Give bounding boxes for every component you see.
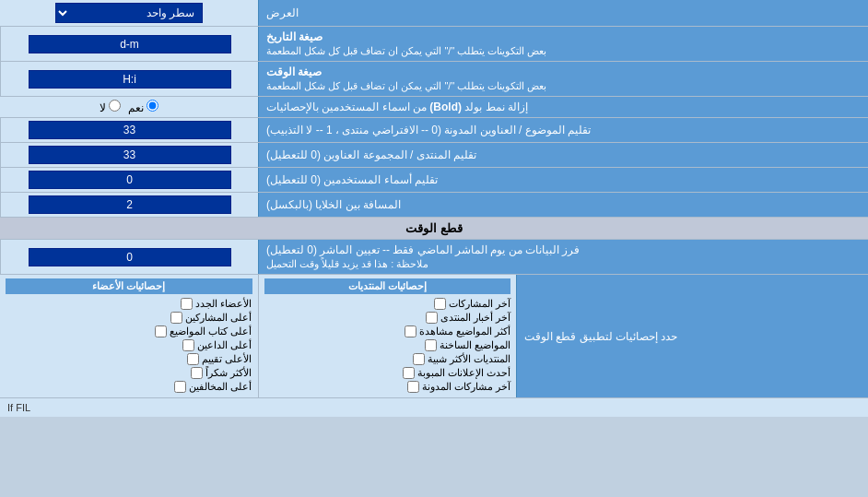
dropdown-cell-display: سطر واحد سطران ثلاثة أسطر: [0, 0, 258, 26]
row-trim-subject: تقليم الموضوع / العناوين المدونة (0 -- ا…: [0, 118, 868, 143]
label-bold: إزالة نمط بولد (Bold) من اسماء المستخدمي…: [258, 97, 868, 117]
checkbox-top-posters[interactable]: [170, 312, 182, 324]
checkbox-similar-forums[interactable]: [413, 353, 425, 365]
checkboxes-area: إحصائيات المنتديات آخر المشاركات آخر أخب…: [0, 275, 516, 397]
trim-forum-input[interactable]: [29, 146, 231, 164]
checkbox-classified-ads[interactable]: [403, 367, 415, 379]
row-time-format: صيغة الوقت بعض التكوينات يتطلب "/" التي …: [0, 62, 868, 97]
check-item-similar-forums: المنتديات الأكثر شبية: [264, 352, 511, 366]
col-forum-header: إحصائيات المنتديات: [264, 278, 511, 294]
input-cell-cutoff: [0, 240, 258, 274]
label-display: العرض: [258, 0, 868, 26]
bottom-text: If FIL: [0, 398, 868, 417]
input-cell-time: [0, 62, 258, 96]
label-trim-names: تقليم أسماء المستخدمين (0 للتعطيل): [258, 168, 868, 192]
input-cell-date: [0, 27, 258, 61]
check-item-last-posts: آخر المشاركات: [264, 297, 511, 311]
stats-label: حدد إحصائيات لتطبيق قطع الوقت: [516, 275, 868, 397]
col-forum-stats: إحصائيات المنتديات آخر المشاركات آخر أخب…: [258, 275, 517, 397]
checkbox-most-thanked[interactable]: [191, 367, 203, 379]
check-item-forum-news: آخر أخبار المنتدى: [264, 311, 511, 325]
check-item-top-inviters: أعلى الداعين: [6, 338, 252, 352]
check-item-blog-posts: آخر مشاركات المدونة: [264, 380, 511, 394]
check-item-classified-ads: أحدث الإعلانات المبوبة: [264, 366, 511, 380]
label-time-format: صيغة الوقت بعض التكوينات يتطلب "/" التي …: [258, 62, 868, 96]
input-cell-trim-subject: [0, 118, 258, 142]
section-header-cutoff: قطع الوقت: [0, 218, 868, 240]
row-trim-names: تقليم أسماء المستخدمين (0 للتعطيل): [0, 168, 868, 193]
checkbox-blog-posts[interactable]: [407, 381, 419, 393]
trim-subject-input[interactable]: [29, 121, 231, 139]
row-cutoff: فرز البيانات من يوم الماشر الماضي فقط --…: [0, 240, 868, 275]
check-item-top-posters: أعلى المشاركين: [6, 311, 252, 325]
trim-names-input[interactable]: [29, 171, 231, 189]
input-cell-trim-names: [0, 168, 258, 192]
row-cell-spacing: المسافة بين الخلايا (بالبكسل): [0, 193, 868, 218]
col-member-header: إحصائيات الأعضاء: [6, 278, 252, 294]
check-item-top-violators: أعلى المخالفين: [6, 380, 252, 394]
check-item-new-members: الأعضاء الجدد: [6, 297, 252, 311]
label-trim-forum: تقليم المنتدى / المجموعة العناوين (0 للت…: [258, 143, 868, 167]
cell-spacing-input[interactable]: [29, 195, 231, 214]
row-date-format: صيغة التاريخ بعض التكوينات يتطلب "/" الت…: [0, 27, 868, 62]
checkbox-forum-news[interactable]: [426, 312, 438, 324]
checkbox-top-rated[interactable]: [187, 353, 199, 365]
check-item-hot-topics: المواضيع الساخنة: [264, 338, 511, 352]
radio-label-no[interactable]: لا: [100, 100, 121, 114]
row-display: العرض سطر واحد سطران ثلاثة أسطر: [0, 0, 868, 27]
input-cell-spacing: [0, 193, 258, 217]
label-cutoff: فرز البيانات من يوم الماشر الماضي فقط --…: [258, 240, 868, 274]
cutoff-input[interactable]: [29, 248, 231, 266]
time-format-input[interactable]: [29, 70, 231, 89]
stats-row: حدد إحصائيات لتطبيق قطع الوقت إحصائيات ا…: [0, 275, 868, 398]
input-cell-trim-forum: [0, 143, 258, 167]
radio-no[interactable]: [109, 100, 121, 112]
col-member-stats: إحصائيات الأعضاء الأعضاء الجدد أعلى المش…: [0, 275, 258, 397]
checkbox-top-inviters[interactable]: [182, 339, 194, 351]
check-item-top-rated: الأعلى تقييم: [6, 352, 252, 366]
radio-cell-bold: نعم لا: [0, 97, 258, 117]
checkbox-new-members[interactable]: [181, 298, 193, 310]
checkbox-last-posts[interactable]: [434, 298, 446, 310]
checkbox-hot-topics[interactable]: [425, 339, 437, 351]
check-item-top-writers: أعلى كتاب المواضيع: [6, 325, 252, 338]
checkbox-top-violators[interactable]: [174, 381, 186, 393]
label-cell-spacing: المسافة بين الخلايا (بالبكسل): [258, 193, 868, 217]
check-item-most-viewed: أكثر المواضيع مشاهدة: [264, 325, 511, 338]
checkbox-most-viewed[interactable]: [405, 325, 416, 337]
radio-yes[interactable]: [147, 100, 158, 112]
row-bold: إزالة نمط بولد (Bold) من اسماء المستخدمي…: [0, 97, 868, 118]
display-dropdown[interactable]: سطر واحد سطران ثلاثة أسطر: [55, 3, 203, 23]
date-format-input[interactable]: [29, 35, 231, 53]
radio-label-yes[interactable]: نعم: [128, 100, 158, 114]
row-trim-forum: تقليم المنتدى / المجموعة العناوين (0 للت…: [0, 143, 868, 168]
label-trim-subject: تقليم الموضوع / العناوين المدونة (0 -- ا…: [258, 118, 868, 142]
label-date-format: صيغة التاريخ بعض التكوينات يتطلب "/" الت…: [258, 27, 868, 61]
checkbox-top-writers[interactable]: [155, 325, 167, 337]
check-item-most-thanked: الأكثر شكراً: [6, 366, 252, 380]
